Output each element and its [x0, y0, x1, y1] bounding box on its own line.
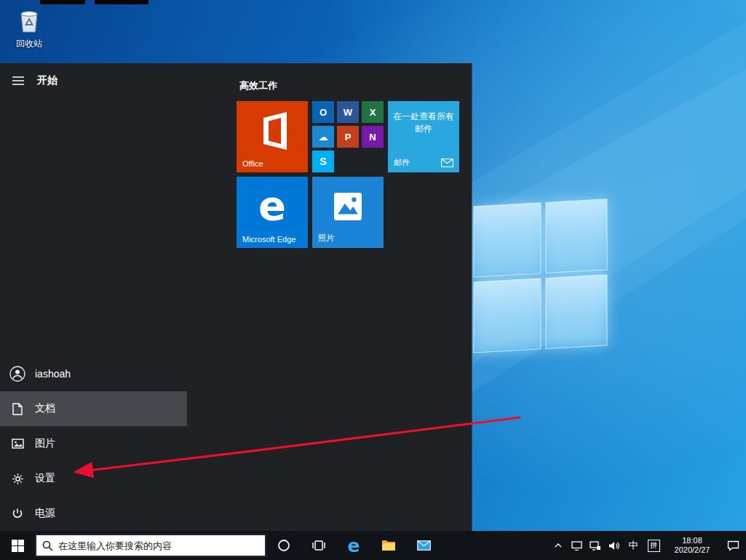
- tile-photos[interactable]: 照片: [312, 177, 384, 248]
- recycle-bin-icon: [17, 6, 41, 33]
- onenote-icon: N: [369, 132, 376, 143]
- recycle-bin-label: 回收站: [9, 38, 49, 50]
- sidebar-item-label: 图片: [35, 437, 55, 450]
- mini-tile-onenote[interactable]: N: [362, 126, 384, 148]
- edge-logo-icon: e: [237, 184, 308, 228]
- cortana-button[interactable]: [266, 531, 301, 560]
- mail-tile-promo-text: 在一处查看所有邮件: [392, 111, 455, 135]
- powerpoint-icon: P: [345, 132, 352, 143]
- sidebar-item-user[interactable]: iashoah: [0, 356, 187, 391]
- skype-icon: S: [320, 156, 326, 167]
- tile-label: Microsoft Edge: [242, 235, 295, 244]
- sidebar-item-documents[interactable]: 文档: [0, 391, 187, 426]
- mini-tile-excel[interactable]: X: [362, 101, 384, 123]
- mini-tile-onedrive[interactable]: ☁: [312, 126, 334, 148]
- taskbar: e: [0, 531, 746, 560]
- edge-icon: e: [348, 537, 360, 555]
- tray-expand-button[interactable]: [549, 531, 567, 560]
- tile-grid: Office O W X ☁ P N: [237, 101, 459, 248]
- hamburger-menu-button[interactable]: [12, 76, 27, 85]
- hamburger-icon: [12, 76, 24, 85]
- mini-tile-skype[interactable]: S: [312, 151, 334, 172]
- sidebar-item-label: 文档: [35, 402, 55, 415]
- sidebar-item-label: 电源: [35, 507, 55, 520]
- display-icon: [571, 541, 582, 551]
- mini-tile-outlook[interactable]: O: [312, 101, 334, 123]
- outlook-icon: O: [320, 107, 327, 118]
- user-icon: [0, 366, 35, 382]
- task-view-button[interactable]: [301, 531, 336, 560]
- sidebar-item-pictures[interactable]: 图片: [0, 426, 187, 461]
- volume-icon: [608, 541, 620, 551]
- document-icon: [0, 403, 35, 415]
- display-tray-button[interactable]: [567, 531, 586, 560]
- start-button[interactable]: [0, 531, 35, 560]
- sidebar-item-settings[interactable]: 设置: [0, 461, 187, 496]
- action-center-icon: [727, 540, 739, 551]
- onedrive-icon: ☁: [319, 132, 328, 143]
- start-menu: 开始 iashoah: [0, 63, 472, 531]
- sidebar-item-label: iashoah: [35, 368, 71, 380]
- mini-tile-word[interactable]: W: [337, 101, 359, 123]
- tile-office-apps-group: O W X ☁ P N S: [312, 101, 384, 172]
- file-explorer-button[interactable]: [371, 531, 406, 560]
- mail-envelope-icon: [441, 159, 453, 167]
- picture-icon: [0, 439, 35, 449]
- mail-taskbar-button[interactable]: [406, 531, 441, 560]
- chevron-up-icon: [555, 543, 562, 548]
- photos-icon: [333, 192, 362, 221]
- edge-taskbar-button[interactable]: e: [336, 531, 371, 560]
- task-view-icon: [312, 540, 326, 551]
- tile-label: 照片: [318, 233, 334, 244]
- tile-office[interactable]: Office: [237, 101, 308, 172]
- ime-mode-indicator[interactable]: 拼: [643, 531, 664, 560]
- action-center-button[interactable]: [720, 531, 746, 560]
- excel-icon: X: [370, 107, 376, 118]
- ime-language-indicator[interactable]: 中: [624, 531, 643, 560]
- network-icon: [590, 541, 601, 551]
- gear-icon: [0, 473, 35, 485]
- start-menu-header: 开始: [0, 63, 57, 98]
- file-explorer-icon: [381, 540, 396, 551]
- search-input[interactable]: [58, 540, 259, 551]
- tile-edge[interactable]: e Microsoft Edge: [237, 177, 308, 248]
- screen-edge-artifact: [40, 0, 85, 4]
- start-sidebar: iashoah 文档: [0, 356, 187, 531]
- taskbar-search[interactable]: [35, 534, 266, 557]
- mail-icon: [417, 540, 431, 551]
- desktop: 回收站 开始 iashoah: [0, 0, 746, 560]
- recycle-bin-shortcut[interactable]: 回收站: [9, 6, 49, 50]
- taskbar-clock[interactable]: 18:08 2020/2/27: [664, 536, 720, 555]
- screen-edge-artifact: [95, 0, 148, 4]
- sidebar-item-power[interactable]: 电源: [0, 496, 187, 531]
- tile-group-title[interactable]: 高效工作: [239, 79, 277, 92]
- power-icon: [0, 508, 35, 519]
- network-tray-button[interactable]: [586, 531, 605, 560]
- system-tray: 中 拼 18:08 2020/2/27: [549, 531, 746, 560]
- tile-mail[interactable]: 在一处查看所有邮件 邮件: [388, 101, 459, 172]
- ime-mode-badge: 拼: [648, 540, 660, 552]
- search-icon: [42, 540, 53, 551]
- clock-time: 18:08: [664, 536, 720, 545]
- start-menu-title: 开始: [37, 74, 57, 87]
- tile-label: 邮件: [394, 157, 410, 168]
- windows-logo-icon: [12, 540, 24, 552]
- sidebar-item-label: 设置: [35, 472, 55, 485]
- cortana-icon: [277, 539, 290, 552]
- office-logo-icon: [256, 112, 288, 150]
- clock-date: 2020/2/27: [664, 545, 720, 555]
- word-icon: W: [344, 107, 352, 118]
- mini-tile-powerpoint[interactable]: P: [337, 126, 359, 148]
- volume-tray-button[interactable]: [605, 531, 624, 560]
- tile-label: Office: [242, 159, 263, 168]
